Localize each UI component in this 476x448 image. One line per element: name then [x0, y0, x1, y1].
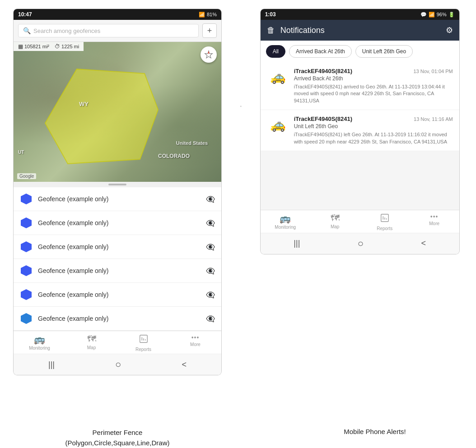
trash-icon[interactable]: 🗑	[267, 26, 275, 35]
search-bar: 🔍 Search among geofences +	[14, 20, 221, 42]
area-stat: ▦ 105821 mi²	[18, 43, 49, 50]
wifi-icon-right: 📶	[429, 12, 435, 18]
list-item[interactable]: Geofence (example only) 👁‍🗨	[14, 307, 221, 331]
geofence-shape-icon	[20, 312, 33, 325]
nav-map[interactable]: 🗺 Map	[80, 334, 103, 352]
caption-right-text: Mobile Phone Alerts!	[344, 428, 406, 435]
nav-more-r[interactable]: ••• More	[423, 213, 446, 231]
eye-off-icon[interactable]: 👁‍🗨	[206, 267, 215, 275]
more-icon: •••	[191, 334, 200, 341]
list-item[interactable]: Geofence (example only) 👁‍🗨	[14, 187, 221, 211]
device-name-2: iTrackEF4940S(8241)	[294, 115, 352, 122]
caption-right: Mobile Phone Alerts!	[275, 428, 474, 448]
svg-marker-2	[21, 217, 32, 228]
eye-off-icon[interactable]: 👁‍🗨	[206, 314, 215, 323]
notif-top-2: iTrackEF4940S(8241) 13 Nov, 11:16 AM	[294, 115, 453, 122]
map-area[interactable]: ▦ 105821 mi² ⏱ 1225 mi	[14, 42, 221, 182]
reports-icon	[139, 334, 149, 346]
eye-off-icon[interactable]: 👁‍🗨	[206, 243, 215, 251]
geofence-shape-icon	[20, 193, 33, 205]
nav-reports-r[interactable]: Reports	[373, 213, 396, 231]
notifications-header: 🗑 Notifications ⚙	[261, 20, 459, 41]
status-icons-right: 💬 📶 96% 🔋	[420, 12, 455, 18]
add-geofence-button[interactable]: +	[202, 23, 217, 38]
filter-tab-arrived[interactable]: Arrived Back At 26th	[289, 45, 352, 58]
android-nav-left: ||| ○ <	[14, 354, 221, 375]
eye-off-icon[interactable]: 👁‍🗨	[206, 195, 215, 203]
list-item[interactable]: Geofence (example only) 👁‍🗨	[14, 259, 221, 283]
empty-notification-area	[261, 151, 459, 210]
bottom-nav-left: 🚌 Monitoring 🗺 Map	[14, 331, 221, 354]
more-label: More	[190, 342, 201, 347]
captions: Perimeter Fence(Polygon,Circle,Square,Li…	[0, 424, 476, 448]
signal-left: 81%	[207, 12, 217, 17]
notif-detail-1: iTrackEF4940S(8241) arrived to Geo 26th.…	[294, 83, 453, 104]
android-home-btn-r[interactable]: ○	[358, 238, 364, 249]
hatch-icon: ▦	[18, 43, 23, 50]
geofence-shape-icon	[20, 240, 33, 253]
geofence-list: Geofence (example only) 👁‍🗨 Geofence (ex…	[14, 187, 221, 331]
map-stats-bar: ▦ 105821 mi² ⏱ 1225 mi	[14, 42, 84, 51]
geofence-shape-icon	[20, 264, 33, 277]
android-nav-right: ||| ○ <	[261, 233, 459, 254]
status-icons-left: 📶 81%	[199, 12, 217, 18]
notif-content-1: iTrackEF4940S(8241) 13 Nov, 01:04 PM Arr…	[294, 68, 453, 104]
geofence-name: Geofence (example only)	[38, 243, 201, 250]
nav-map-r[interactable]: 🗺 Map	[324, 213, 346, 231]
clock-icon: ⏱	[55, 43, 60, 50]
area-value: 105821 mi²	[24, 44, 49, 49]
status-bar-right: 1:03 💬 📶 96% 🔋	[261, 9, 459, 20]
monitoring-label-r: Monitoring	[275, 225, 296, 230]
notif-event-2: Unit Left 26th Geo	[294, 123, 453, 129]
chat-icon: 💬	[420, 12, 427, 18]
bottom-nav-right: 🚌 Monitoring 🗺 Map	[261, 210, 459, 233]
filter-tab-all[interactable]: All	[266, 45, 285, 58]
notification-item-1[interactable]: 🚕 iTrackEF4940S(8241) 13 Nov, 01:04 PM A…	[261, 62, 459, 110]
device-name-1: iTrackEF4940S(8241)	[294, 68, 352, 74]
android-menu-btn-r[interactable]: |||	[294, 239, 300, 248]
nav-monitoring-r[interactable]: 🚌 Monitoring	[274, 213, 297, 231]
list-item[interactable]: Geofence (example only) 👁‍🗨	[14, 211, 221, 235]
wifi-icon: 📶	[199, 12, 205, 18]
list-item[interactable]: Geofence (example only) 👁‍🗨	[14, 235, 221, 259]
android-back-btn-r[interactable]: <	[421, 239, 426, 248]
nav-reports[interactable]: Reports	[132, 334, 155, 352]
settings-icon[interactable]: ⚙	[446, 25, 453, 35]
notif-event-1: Arrived Back At 26th	[294, 75, 453, 82]
search-placeholder: Search among geofences	[33, 28, 100, 34]
reports-icon-r	[380, 213, 390, 225]
map-label-r: Map	[331, 224, 339, 229]
geofence-name: Geofence (example only)	[38, 219, 201, 226]
more-label-r: More	[429, 221, 439, 226]
geofence-shape-icon	[20, 288, 33, 301]
nav-monitoring[interactable]: 🚌 Monitoring	[28, 334, 51, 352]
right-phone: 1:03 💬 📶 96% 🔋 🗑 Notifications ⚙ All Arr…	[261, 9, 459, 420]
notification-list: 🚕 iTrackEF4940S(8241) 13 Nov, 01:04 PM A…	[261, 62, 459, 151]
distance-value: 1225 mi	[61, 44, 79, 49]
geofence-name: Geofence (example only)	[38, 195, 201, 203]
signal-right: 96%	[437, 12, 447, 17]
geofence-shape-icon	[20, 217, 33, 229]
map-label-wy: WY	[79, 101, 89, 107]
android-home-btn[interactable]: ○	[115, 359, 121, 370]
map-icon: 🗺	[87, 334, 96, 344]
car-icon-1: 🚕	[267, 68, 289, 86]
android-menu-btn[interactable]: |||	[48, 360, 55, 369]
filter-tab-unit-left[interactable]: Unit Left 26th Geo	[355, 45, 413, 58]
nav-more[interactable]: ••• More	[184, 334, 207, 352]
eye-off-icon[interactable]: 👁‍🗨	[206, 219, 215, 227]
search-input[interactable]: 🔍 Search among geofences	[18, 24, 199, 37]
google-logo: Google	[17, 173, 36, 179]
caption-left: Perimeter Fence(Polygon,Circle,Square,Li…	[14, 428, 221, 448]
phone-frame-left: 10:47 📶 81% 🔍 Search among geofences +	[14, 9, 221, 375]
eye-off-icon[interactable]: 👁‍🗨	[206, 291, 215, 299]
map-icon-r: 🗺	[331, 213, 340, 223]
map-label-colorado: COLORADO	[158, 153, 190, 159]
notif-content-2: iTrackEF4940S(8241) 13 Nov, 11:16 AM Uni…	[294, 115, 453, 145]
android-back-btn[interactable]: <	[182, 360, 187, 369]
compass-button[interactable]	[201, 46, 217, 63]
list-item[interactable]: Geofence (example only) 👁‍🗨	[14, 283, 221, 307]
monitoring-icon-r: 🚌	[280, 213, 291, 224]
status-bar-left: 10:47 📶 81%	[14, 9, 221, 20]
notification-item-2[interactable]: 🚕 iTrackEF4940S(8241) 13 Nov, 11:16 AM U…	[261, 110, 459, 151]
